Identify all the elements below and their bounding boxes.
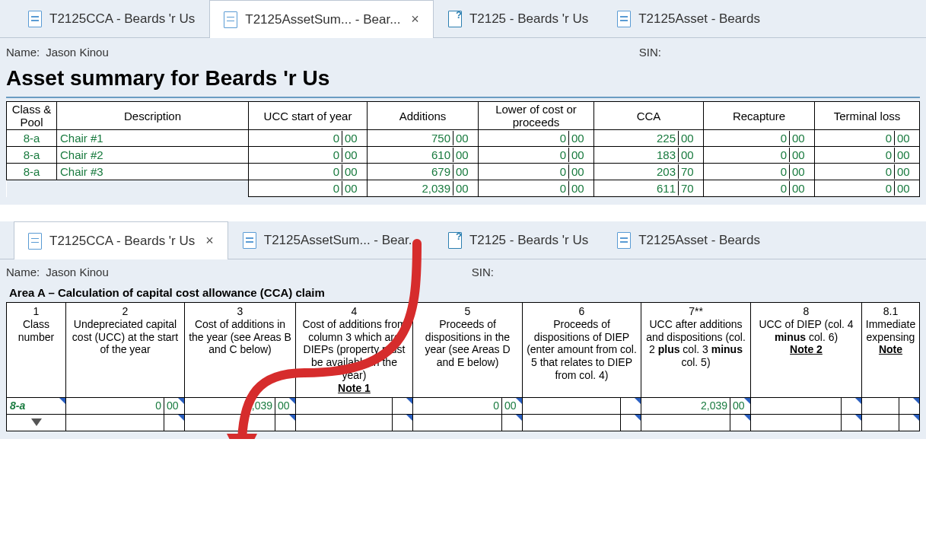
cell-cca[interactable]: 18300 xyxy=(594,147,704,164)
col-class: Class & Pool xyxy=(7,102,57,130)
sin-label: SIN: xyxy=(472,266,920,278)
cell-lower[interactable]: 000 xyxy=(479,164,594,180)
cell-desc[interactable]: Chair #2 xyxy=(57,147,249,164)
cell-c7[interactable] xyxy=(641,414,751,431)
dropdown-indicator-icon xyxy=(178,415,184,421)
tab-t2125asset[interactable]: T2125Asset - Beards xyxy=(603,0,775,37)
tab-t2125[interactable]: T2125 - Beards 'r Us xyxy=(434,0,603,37)
tab-label: T2125AssetSum... - Bear... xyxy=(264,233,419,248)
total-terminal: 000 xyxy=(815,180,920,197)
cell-c8[interactable] xyxy=(751,414,862,431)
cell-ucc[interactable]: 000 xyxy=(249,130,368,147)
col-lower: Lower of cost or proceeds xyxy=(479,102,594,130)
tab-label: T2125Asset - Beards xyxy=(638,233,760,248)
dropdown-indicator-icon xyxy=(59,398,65,404)
dropdown-indicator-icon xyxy=(635,415,641,421)
cell-c5[interactable]: 000 xyxy=(413,397,523,414)
tab-label: T2125CCA - Beards 'r Us xyxy=(49,11,195,27)
close-icon[interactable]: × xyxy=(411,11,419,27)
note-1-link[interactable]: Note 1 xyxy=(338,382,371,394)
cell-desc[interactable]: Chair #3 xyxy=(57,164,249,180)
col-4: 4Cost of additions from column 3 which a… xyxy=(296,303,413,398)
cell-c6[interactable] xyxy=(523,397,641,414)
sin-label: SIN: xyxy=(639,46,920,59)
cell-class-dropdown[interactable] xyxy=(7,414,66,431)
name-label: Name: xyxy=(6,266,40,278)
cell-ucc[interactable]: 000 xyxy=(249,164,368,180)
cell-additions[interactable]: 67900 xyxy=(368,164,479,180)
cell-terminal[interactable]: 000 xyxy=(815,130,920,147)
cell-desc[interactable]: Chair #1 xyxy=(57,130,249,147)
dropdown-indicator-icon xyxy=(516,415,522,421)
table-row[interactable]: 8-a Chair #1 000 75000 000 22500 000 000 xyxy=(7,130,920,147)
cell-c3[interactable]: 2,03900 xyxy=(185,397,296,414)
cell-c81[interactable] xyxy=(862,414,920,431)
dropdown-indicator-icon xyxy=(855,415,861,421)
dropdown-indicator-icon xyxy=(913,398,919,404)
cell-class[interactable]: 8-a xyxy=(7,397,66,414)
name-value: Jason Kinou xyxy=(46,46,109,59)
tab-t2125[interactable]: T2125 - Beards 'r Us xyxy=(434,221,603,259)
dropdown-indicator-icon xyxy=(289,398,295,404)
name-value: Jason Kinou xyxy=(46,266,109,278)
col-recapture: Recapture xyxy=(704,102,815,130)
tab-label: T2125 - Beards 'r Us xyxy=(469,11,588,27)
cell-c3[interactable] xyxy=(185,414,296,431)
totals-row: 000 2,03900 000 61170 000 000 xyxy=(7,180,920,197)
cell-ucc[interactable]: 000 xyxy=(249,147,368,164)
cell-c4[interactable] xyxy=(296,414,413,431)
col-terminal: Terminal loss xyxy=(815,102,920,130)
table-row[interactable]: 8-a Chair #2 000 61000 000 18300 000 000 xyxy=(7,147,920,164)
total-ucc: 000 xyxy=(249,180,368,197)
cell-recapture[interactable]: 000 xyxy=(704,164,815,180)
cell-lower[interactable]: 000 xyxy=(479,147,594,164)
col-1: 1Class number xyxy=(7,303,66,398)
col-additions: Additions xyxy=(368,102,479,130)
note-link[interactable]: Note xyxy=(879,343,902,355)
cell-c5[interactable] xyxy=(413,414,523,431)
col-8-1: 8.1Immediate expensingNote xyxy=(862,303,920,398)
document-icon xyxy=(617,11,631,27)
col-ucc: UCC start of year xyxy=(249,102,368,130)
tabbar-top: T2125CCA - Beards 'r Us T2125AssetSum...… xyxy=(0,0,926,38)
cell-additions[interactable]: 75000 xyxy=(368,130,479,147)
cell-c8[interactable] xyxy=(751,397,862,414)
tab-t2125cca[interactable]: T2125CCA - Beards 'r Us × xyxy=(14,221,228,259)
cell-terminal[interactable]: 000 xyxy=(815,147,920,164)
total-additions: 2,03900 xyxy=(368,180,479,197)
cell-class[interactable]: 8-a xyxy=(7,130,57,147)
cell-recapture[interactable]: 000 xyxy=(704,130,815,147)
document-icon xyxy=(224,11,237,28)
tab-t2125assetsum[interactable]: T2125AssetSum... - Bear... × xyxy=(209,0,434,38)
dropdown-indicator-icon xyxy=(516,398,522,404)
cell-cca[interactable]: 20370 xyxy=(594,164,704,180)
tab-t2125cca[interactable]: T2125CCA - Beards 'r Us xyxy=(14,0,209,37)
info-row: Name: Jason Kinou SIN: xyxy=(6,43,920,65)
cell-class[interactable]: 8-a xyxy=(7,164,57,180)
tab-t2125assetsum[interactable]: T2125AssetSum... - Bear... xyxy=(228,221,434,259)
cca-section: Name: Jason Kinou SIN: Area A – Calculat… xyxy=(0,259,926,439)
cell-c2[interactable] xyxy=(66,414,185,431)
table-row[interactable]: 8-a Chair #3 000 67900 000 20370 000 000 xyxy=(7,164,920,180)
cell-c4[interactable] xyxy=(296,397,413,414)
cca-row[interactable]: 8-a 000 2,03900 000 2,03900 xyxy=(7,397,920,414)
cell-class[interactable]: 8-a xyxy=(7,147,57,164)
dropdown-indicator-icon xyxy=(855,398,861,404)
dropdown-indicator-icon xyxy=(744,415,750,421)
cell-recapture[interactable]: 000 xyxy=(704,147,815,164)
tab-t2125asset[interactable]: T2125Asset - Beards xyxy=(603,221,775,259)
cell-terminal[interactable]: 000 xyxy=(815,164,920,180)
cell-c2[interactable]: 000 xyxy=(66,397,185,414)
cell-additions[interactable]: 61000 xyxy=(368,147,479,164)
cell-c81[interactable] xyxy=(862,397,920,414)
cell-c7[interactable]: 2,03900 xyxy=(641,397,751,414)
note-2-link[interactable]: Note 2 xyxy=(790,343,823,355)
cca-row-empty[interactable] xyxy=(7,414,920,431)
total-cca: 61170 xyxy=(594,180,704,197)
cell-c6[interactable] xyxy=(523,414,641,431)
cell-lower[interactable]: 000 xyxy=(479,130,594,147)
cell-cca[interactable]: 22500 xyxy=(594,130,704,147)
close-icon[interactable]: × xyxy=(205,233,214,249)
tabbar-bottom: T2125CCA - Beards 'r Us × T2125AssetSum.… xyxy=(0,221,926,259)
dropdown-indicator-icon xyxy=(406,398,412,404)
